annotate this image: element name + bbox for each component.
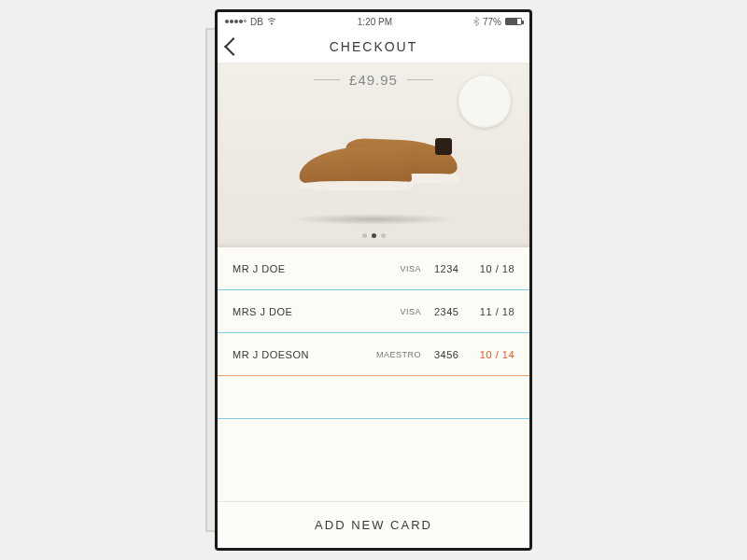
saved-cards-list: MR J DOEVISA123410 / 18MRS J DOEVISA2345…: [218, 247, 529, 501]
clock: 1:20 PM: [358, 17, 392, 27]
wifi-icon: [267, 18, 276, 25]
card-row[interactable]: MRS J DOEVISA234511 / 18: [218, 290, 529, 333]
bluetooth-icon: [473, 17, 479, 26]
svg-point-0: [271, 23, 273, 25]
card-last4: 1234: [434, 263, 473, 274]
product-image: [289, 123, 458, 198]
card-name: MRS J DOE: [233, 306, 371, 317]
battery-pct: 77%: [483, 17, 501, 27]
page-title: CHECKOUT: [330, 39, 418, 54]
card-name: MR J DOE: [233, 263, 371, 274]
card-expiry: 10 / 18: [473, 263, 514, 274]
back-button[interactable]: [224, 37, 243, 56]
card-last4: 3456: [434, 349, 473, 360]
card-last4: 2345: [434, 306, 473, 317]
add-new-card-button[interactable]: ADD NEW CARD: [218, 501, 529, 548]
card-brand: MAESTRO: [371, 350, 421, 359]
battery-icon: [505, 18, 522, 25]
product-hero: £49.95: [218, 63, 529, 247]
carrier-label: DB: [250, 17, 263, 27]
card-expiry: 10 / 14: [473, 349, 514, 360]
divider: [314, 79, 340, 80]
card-row[interactable]: MR J DOESONMAESTRO345610 / 14: [218, 333, 529, 376]
empty-card-slot: [218, 376, 529, 419]
product-badge[interactable]: [458, 76, 511, 128]
card-name: MR J DOESON: [233, 349, 371, 360]
divider: [407, 79, 433, 80]
card-row[interactable]: MR J DOEVISA123410 / 18: [218, 247, 529, 290]
product-price: £49.95: [349, 72, 398, 88]
status-bar: DB 1:20 PM 77%: [218, 12, 529, 31]
card-brand: VISA: [371, 307, 421, 316]
nav-header: CHECKOUT: [218, 31, 529, 63]
card-brand: VISA: [371, 264, 421, 273]
carousel-pager[interactable]: [362, 233, 386, 238]
card-expiry: 11 / 18: [473, 306, 514, 317]
phone-frame: DB 1:20 PM 77% CHECKOUT £49.95: [215, 9, 532, 551]
signal-dots-icon: [225, 20, 247, 23]
